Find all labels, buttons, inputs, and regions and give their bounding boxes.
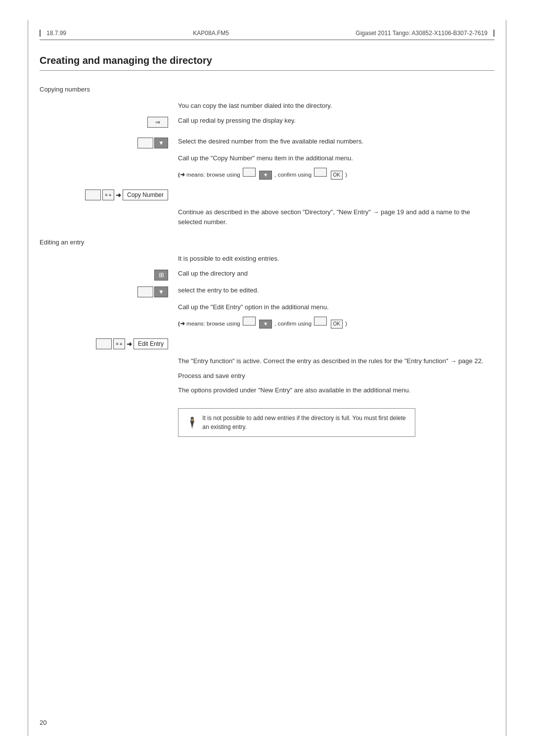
- copy-step2-row: ▼ Select the desired number from the fiv…: [40, 137, 494, 148]
- edit-intro-row: It is possible to edit existing entries.: [40, 254, 494, 264]
- close-paren2: ): [345, 321, 347, 327]
- plus-icon2: +: [120, 341, 123, 347]
- down-key-group: ▼: [40, 138, 168, 148]
- edit-step2-left: ▼: [40, 285, 178, 297]
- edit-down-key-group: ▼: [40, 286, 168, 297]
- copy-number-row: ≡ + ➜ Copy Number: [40, 189, 494, 200]
- menu-lines-icon: ≡: [105, 192, 107, 197]
- arrow-to-menu: ➜: [116, 191, 121, 199]
- edit-step4-text: The "Entry function" is active. Correct …: [178, 356, 494, 366]
- border-left: [28, 20, 28, 736]
- confirm-text: , confirm using: [274, 172, 312, 178]
- note-person-icon: 🕴: [185, 415, 196, 431]
- copy-step2-left: ▼: [40, 137, 178, 148]
- note-box: 🕴 It is not possible to add new entries …: [178, 408, 415, 437]
- copy-continue-row: Continue as described in the above secti…: [40, 207, 494, 227]
- copy-number-left: ≡ + ➜ Copy Number: [40, 189, 178, 200]
- editing-section: Editing an entry It is possible to edit …: [40, 238, 494, 437]
- edit-step6-row: The options provided under "New Entry" a…: [40, 385, 494, 395]
- ok-key-icon2: OK: [331, 320, 343, 329]
- page-title: Creating and managing the directory: [40, 55, 494, 71]
- copying-numbers-title: Copying numbers: [40, 86, 494, 93]
- edit-step1-left: ⊞: [40, 269, 178, 281]
- edit-step6-text: The options provided under "New Entry" a…: [178, 385, 494, 395]
- note-left: [40, 400, 178, 401]
- header-left: 18.7.99: [40, 30, 66, 37]
- down-nav-key2: ▼: [259, 320, 272, 329]
- copy-continue-text: Continue as described in the above secti…: [178, 207, 494, 227]
- page-footer: 20: [40, 719, 46, 726]
- menu-key-icon: ≡ +: [102, 189, 114, 200]
- edit-entry-row: ≡ + ➜ Edit Entry: [40, 337, 494, 349]
- browse-key-icon: [243, 168, 256, 177]
- copy-intro-text: You can copy the last number dialed into…: [178, 101, 494, 111]
- plus-icon: +: [109, 192, 112, 198]
- edit-intro-left: [40, 254, 178, 255]
- edit-annotation-row: (➜ means: browse using ▼ , confirm using…: [40, 317, 494, 332]
- page-number: 20: [40, 719, 46, 726]
- confirm-base-key2: [314, 317, 327, 326]
- copy-annotation-row: (➜ means: browse using ▼ , confirm using…: [40, 168, 494, 184]
- page-header: 18.7.99 KAP08A.FM5 Gigaset 2011 Tango: A…: [40, 30, 494, 40]
- border-right: [506, 20, 506, 736]
- copy-step3-left: [40, 153, 178, 154]
- copy-number-label: Copy Number: [123, 189, 168, 200]
- means-text2: means: browse using: [186, 321, 240, 327]
- down-arrow-key: ▼: [154, 138, 168, 148]
- edit-annotation-left: [40, 317, 178, 318]
- copy-intro-left: [40, 101, 178, 102]
- ok-key-icon: OK: [331, 171, 343, 180]
- arrow-symbol2: (➜: [178, 321, 185, 327]
- close-paren: ): [345, 172, 347, 178]
- menu-lines-icon2: ≡: [116, 341, 118, 346]
- menu-key-icon2: ≡ +: [113, 338, 125, 349]
- edit-step3-left: [40, 302, 178, 303]
- header-product: Gigaset 2011 Tango: A30852-X1106-B307-2-…: [356, 30, 488, 37]
- copy-annotation-text: (➜ means: browse using ▼ , confirm using…: [178, 168, 494, 180]
- header-file: KAP08A.FM5: [193, 30, 229, 37]
- copy-step1-row: ⇒ Call up redial by pressing the display…: [40, 116, 494, 132]
- copy-intro-row: You can copy the last number dialed into…: [40, 101, 494, 111]
- page-container: 18.7.99 KAP08A.FM5 Gigaset 2011 Tango: A…: [0, 0, 534, 756]
- confirm-text2: , confirm using: [274, 321, 312, 327]
- edit-intro-text: It is possible to edit existing entries.: [178, 254, 494, 264]
- handset-base-icon3: [137, 286, 153, 297]
- content-area: Copying numbers You can copy the last nu…: [40, 86, 494, 437]
- double-arrow-icon: ⇒: [155, 119, 160, 126]
- handset-base-icon2: [85, 189, 101, 200]
- browse-key-icon2: [243, 317, 256, 326]
- phone-screen-icon: ⇒: [147, 117, 168, 128]
- arrow-to-menu2: ➜: [127, 340, 132, 348]
- copy-step1-left: ⇒: [40, 116, 178, 132]
- copy-continue-left: [40, 207, 178, 208]
- edit-step4-left: [40, 356, 178, 357]
- edit-step1-row: ⊞ Call up the directory and: [40, 269, 494, 281]
- page-title-section: Creating and managing the directory: [40, 55, 494, 71]
- confirm-base-key: [314, 168, 327, 177]
- edit-step5-text: Process and save entry: [178, 371, 494, 381]
- copy-annotation-left: [40, 168, 178, 169]
- edit-entry-label: Edit Entry: [134, 338, 168, 349]
- copying-numbers-section: Copying numbers You can copy the last nu…: [40, 86, 494, 227]
- edit-annotation-text: (➜ means: browse using ▼ , confirm using…: [178, 317, 494, 329]
- edit-step3-row: Call up the "Edit Entry" option in the a…: [40, 302, 494, 312]
- copy-step3-text: Call up the "Copy Number" menu item in t…: [178, 153, 494, 163]
- editing-title: Editing an entry: [40, 238, 494, 246]
- down-arrow-key2: ▼: [154, 286, 168, 297]
- edit-step2-row: ▼ select the entry to be edited.: [40, 285, 494, 297]
- edit-step1-text: Call up the directory and: [178, 269, 494, 279]
- handset-base-icon: [137, 138, 153, 148]
- header-divider-left: [40, 30, 41, 37]
- note-row: 🕴 It is not possible to add new entries …: [40, 400, 494, 437]
- header-date: 18.7.99: [46, 30, 66, 37]
- edit-step5-left: [40, 371, 178, 372]
- edit-step5-row: Process and save entry: [40, 371, 494, 381]
- edit-step4-row: The "Entry function" is active. Correct …: [40, 356, 494, 366]
- directory-key-icon: ⊞: [154, 270, 168, 281]
- note-area: 🕴 It is not possible to add new entries …: [178, 400, 494, 437]
- edit-step3-text: Call up the "Edit Entry" option in the a…: [178, 302, 494, 312]
- copy-number-key-group: ≡ + ➜ Copy Number: [40, 189, 168, 200]
- arrow-symbol: (➜: [178, 172, 185, 178]
- edit-entry-key-group: ≡ + ➜ Edit Entry: [40, 338, 168, 349]
- header-divider-right: [493, 30, 494, 37]
